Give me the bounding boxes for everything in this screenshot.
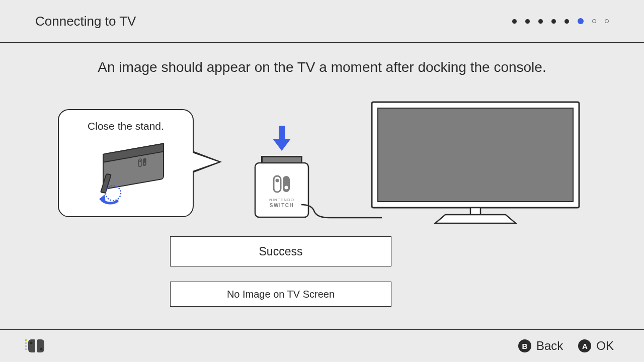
progress-dot xyxy=(538,19,543,24)
success-button[interactable]: Success xyxy=(170,236,391,266)
svg-rect-20 xyxy=(470,208,480,215)
a-button-icon: A xyxy=(578,339,591,352)
svg-rect-16 xyxy=(283,176,290,192)
svg-point-26 xyxy=(40,348,43,350)
svg-rect-22 xyxy=(25,342,27,344)
svg-rect-19 xyxy=(378,108,573,202)
progress-dot xyxy=(551,19,556,24)
header: Connecting to TV xyxy=(0,0,644,43)
progress-dot xyxy=(565,19,569,24)
svg-point-17 xyxy=(285,186,288,190)
back-label: Back xyxy=(536,339,563,353)
arrow-down-icon xyxy=(273,126,291,153)
instruction-text: An image should appear on the TV a momen… xyxy=(0,59,644,75)
svg-rect-4 xyxy=(143,158,146,166)
no-image-button[interactable]: No Image on TV Screen xyxy=(170,282,391,307)
back-control[interactable]: B Back xyxy=(518,339,563,353)
svg-rect-21 xyxy=(25,339,27,341)
progress-dots xyxy=(512,18,609,24)
console-back-icon xyxy=(88,143,174,210)
svg-marker-10 xyxy=(273,139,291,151)
dock-brand-bottom: SWITCH xyxy=(270,203,294,208)
tip-bubble: Close the stand. xyxy=(58,109,194,217)
svg-rect-13 xyxy=(255,163,308,217)
svg-point-25 xyxy=(30,342,33,344)
dock-brand-top: NINTENDO xyxy=(269,198,294,202)
progress-dot xyxy=(512,19,517,24)
footer-controls: B Back A OK xyxy=(518,339,614,353)
tv-icon xyxy=(370,100,581,224)
page-title: Connecting to TV xyxy=(35,14,136,29)
progress-dot-future xyxy=(592,19,596,23)
svg-rect-24 xyxy=(25,348,27,350)
diagram: Close the stand. xyxy=(58,98,586,224)
progress-dot-future xyxy=(605,19,609,23)
svg-rect-9 xyxy=(279,126,285,140)
progress-dot xyxy=(525,19,530,24)
svg-point-15 xyxy=(276,179,279,183)
b-button-icon: B xyxy=(518,339,531,352)
ok-control[interactable]: A OK xyxy=(578,339,614,353)
tip-text: Close the stand. xyxy=(59,120,193,132)
svg-rect-23 xyxy=(25,345,27,347)
joycon-status-icon xyxy=(25,338,53,353)
progress-dot-active xyxy=(578,18,584,24)
footer: B Back A OK xyxy=(0,329,644,362)
ok-label: OK xyxy=(596,339,614,353)
